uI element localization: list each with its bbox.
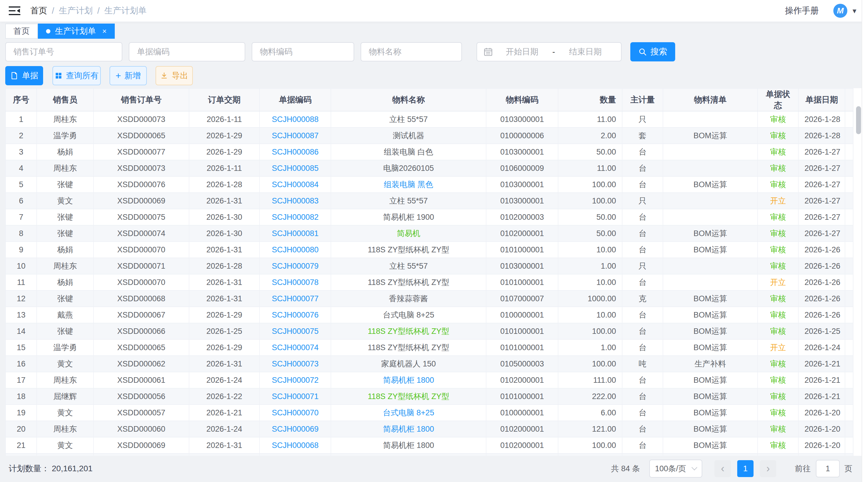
doc-code-link[interactable]: SCJH000086 [272,148,319,156]
table-row[interactable]: 21黄文XSDD0000692026-1-31SCJH000068简易机柜 18… [5,437,853,453]
table-row[interactable]: 13戴燕XSDD0000672026-1-29SCJH000076台式电脑 8+… [5,307,853,323]
doc-code-link[interactable]: SCJH000079 [272,262,319,270]
doc-code-link[interactable]: SCJH000080 [272,245,319,254]
doc-code-link[interactable]: SCJH000074 [272,343,319,352]
tab-home[interactable]: 首页 [5,24,38,39]
cell-filler [845,290,853,307]
add-new-button[interactable]: + 新增 [110,66,147,85]
doc-code-link[interactable]: SCJH000077 [272,294,319,303]
doc-code-link[interactable]: SCJH000081 [272,229,319,238]
current-page-button[interactable]: 1 [737,460,753,477]
material-code-input[interactable] [252,42,354,61]
table-row[interactable]: 18屈继辉XSDD0000562026-1-22SCJH000071118S Z… [5,388,853,405]
cell-material_name: 118S ZY型纸杯机 ZY型 [331,274,486,290]
table-row[interactable]: 9杨娟XSDD0000702026-1-31SCJH000080118S ZY型… [5,242,853,258]
doc-code-link[interactable]: SCJH000071 [272,392,319,401]
cell-material_name: 立柱 55*57 [331,111,486,127]
next-page-button[interactable]: › [760,460,776,477]
cell-status: 审核 [757,225,798,242]
doc-code-link[interactable]: SCJH000085 [272,164,319,172]
doc-code-link[interactable]: SCJH000069 [272,425,319,433]
material-name-text[interactable]: 118S ZY型纸杯机 ZY型 [368,327,449,335]
collapse-sidebar-icon[interactable] [9,6,21,16]
cell-unit: 台 [622,176,663,193]
export-button[interactable]: 导出 [156,66,193,85]
material-name-text[interactable]: 组装电脑 黑色 [384,180,433,189]
breadcrumb-level2[interactable]: 生产计划 [59,5,93,17]
breadcrumb-home[interactable]: 首页 [30,5,47,17]
search-button[interactable]: 搜索 [630,42,675,61]
table-row[interactable]: 5张键XSDD0000762026-1-28SCJH000084组装电脑 黑色0… [5,176,853,193]
cell-order_no: XSDD000073 [93,111,189,127]
material-name-text[interactable]: 台式电脑 8+25 [383,408,434,417]
start-date-placeholder[interactable]: 开始日期 [493,46,551,57]
table-row[interactable]: 11杨娟XSDD0000702026-1-31SCJH000078118S ZY… [5,274,853,290]
tab-close-icon[interactable]: × [102,27,106,36]
table-row[interactable]: 2温学勇XSDD0000652026-1-29SCJH000087测试机器010… [5,127,853,144]
material-name-text[interactable]: 简易机柜 1800 [383,376,434,385]
cell-doc_code: SCJH000084 [259,176,331,193]
end-date-placeholder[interactable]: 结束日期 [556,46,615,57]
page-scrollbar-track[interactable] [862,0,868,482]
cell-material_code: 0101000001 [486,388,558,405]
cell-filler [845,144,853,160]
cell-filler [845,323,853,340]
doc-code-link[interactable]: SCJH000084 [272,180,319,189]
doc-code-link[interactable]: SCJH000075 [272,327,319,335]
avatar-letter: M [837,6,843,15]
table-row[interactable]: 14张键XSDD0000662026-1-25SCJH000075118S ZY… [5,323,853,340]
cell-qty: 100.00 [558,323,622,340]
user-menu-caret-icon[interactable]: ▾ [852,6,856,15]
table-row[interactable]: 15温学勇XSDD0000652026-1-29SCJH000074118S Z… [5,340,853,356]
table-row[interactable]: 19黄文XSDD0000572026-1-21SCJH000070台式电脑 8+… [5,405,853,421]
prev-page-button[interactable]: ‹ [714,460,731,477]
document-button[interactable]: 单据 [5,66,43,85]
table-row[interactable]: 16黄文XSDD0000622026-1-31SCJH000073家庭机器人 1… [5,356,853,372]
doc-code-link[interactable]: SCJH000076 [272,311,319,319]
table-row[interactable]: 8张键XSDD0000742026-1-30SCJH000081简易机01020… [5,225,853,242]
cell-seller: 温学勇 [37,340,93,356]
doc-code-link[interactable]: SCJH000088 [272,115,319,124]
user-avatar[interactable]: M [833,4,847,18]
table-row[interactable]: 4周桂东XSDD0000732026-1-11SCJH000085电脑20260… [5,160,853,176]
date-range-picker[interactable]: 开始日期 - 结束日期 [476,42,622,61]
table-vertical-scrollbar[interactable] [856,106,861,134]
cell-doc_code: SCJH000071 [259,388,331,405]
cell-filler [845,388,853,405]
sales-order-input[interactable] [5,42,122,61]
goto-page-input[interactable] [816,460,840,477]
operation-manual-link[interactable]: 操作手册 [785,5,819,17]
cell-seller: 张键 [37,209,93,225]
doc-code-link[interactable]: SCJH000082 [272,213,319,222]
doc-code-input[interactable] [129,42,245,61]
cell-due_date: 2026-1-30 [189,225,259,242]
doc-code-link[interactable]: SCJH000087 [272,131,319,140]
table-row[interactable]: 1周桂东XSDD0000732026-1-11SCJH000088立柱 55*5… [5,111,853,127]
material-name-text[interactable]: 简易机 [397,229,420,238]
table-row[interactable]: 6黄文XSDD0000692026-1-31SCJH000083立柱 55*57… [5,193,853,209]
cell-due_date: 2026-1-28 [189,176,259,193]
material-name-text[interactable]: 118S ZY型纸杯机 ZY型 [368,392,449,401]
cell-seq: 14 [5,323,37,340]
table-row[interactable]: 17周桂东XSDD0000612026-1-24SCJH000072简易机柜 1… [5,372,853,388]
table-row[interactable]: 12张键XSDD0000682026-1-31SCJH000077香辣蒜蓉酱01… [5,290,853,307]
table-row[interactable]: 22张键XSDD0000582026-1-21SCJH000067简易机柜 18… [5,453,853,456]
cell-material_code: 0107000007 [486,290,558,307]
table-row[interactable]: 7张键XSDD0000752026-1-30SCJH000082简易机柜 190… [5,209,853,225]
doc-code-link[interactable]: SCJH000070 [272,408,319,417]
query-all-button[interactable]: 查询所有 [53,66,101,85]
page-size-select[interactable]: 100条/页 [649,459,702,478]
doc-code-link[interactable]: SCJH000072 [272,376,319,385]
table-row[interactable]: 3杨娟XSDD0000772026-1-29SCJH000086组装电脑 白色0… [5,144,853,160]
material-name-input[interactable] [361,42,462,61]
cell-seq: 18 [5,388,37,405]
doc-code-link[interactable]: SCJH000078 [272,278,319,287]
table-row[interactable]: 10周桂东XSDD0000712026-1-28SCJH000079立柱 55*… [5,258,853,274]
tab-production-plan-active[interactable]: 生产计划单 × [38,24,115,39]
doc-code-link[interactable]: SCJH000068 [272,441,319,450]
doc-code-link[interactable]: SCJH000083 [272,196,319,205]
doc-code-link[interactable]: SCJH000073 [272,359,319,368]
material-name-text[interactable]: 简易机柜 1800 [383,425,434,433]
table-row[interactable]: 20周桂东XSDD0000602026-1-24SCJH000069简易机柜 1… [5,421,853,437]
cell-seq: 13 [5,307,37,323]
